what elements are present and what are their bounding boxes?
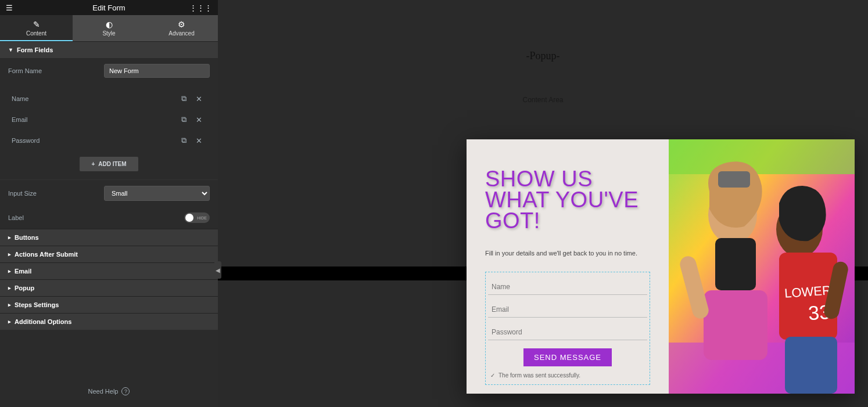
chevron-right-icon: ▸: [8, 285, 11, 291]
close-icon[interactable]: ✕: [191, 116, 206, 124]
chevron-right-icon: ▸: [8, 235, 11, 240]
popup-image: LOWER 33: [669, 139, 855, 394]
sidebar-header: ☰ Edit Form ⋮⋮⋮: [0, 0, 218, 15]
svg-rect-11: [785, 337, 837, 394]
tab-advanced-label: Advanced: [168, 30, 194, 37]
popup-heading: SHOW US WHAT YOU'VE GOT!: [485, 168, 650, 231]
menu-icon[interactable]: ☰: [6, 3, 13, 12]
close-icon[interactable]: ✕: [191, 95, 206, 103]
editor-tabs: ✎ Content ◐ Style ⚙ Advanced: [0, 15, 218, 41]
label-toggle[interactable]: HIDE: [184, 212, 210, 223]
section-additional-options[interactable]: ▸ Additional Options: [0, 313, 218, 330]
svg-rect-4: [718, 171, 750, 188]
chevron-down-icon: ▼: [8, 47, 13, 53]
tab-content[interactable]: ✎ Content: [0, 15, 73, 41]
need-help-link[interactable]: Need Help ?: [0, 376, 218, 407]
editor-sidebar: ☰ Edit Form ⋮⋮⋮ ✎ Content ◐ Style ⚙ Adva…: [0, 0, 218, 407]
chevron-right-icon: ▸: [8, 319, 11, 325]
copy-icon[interactable]: ⧉: [176, 94, 191, 103]
tab-advanced[interactable]: ⚙ Advanced: [145, 15, 218, 41]
input-size-label: Input Size: [8, 190, 104, 197]
section-form-fields[interactable]: ▼ Form Fields: [0, 41, 218, 58]
field-item-password[interactable]: Password ⧉ ✕: [0, 130, 218, 151]
input-size-row: Input Size Small: [0, 180, 218, 207]
collapse-sidebar-handle[interactable]: ◀: [214, 261, 221, 279]
section-steps-settings[interactable]: ▸ Steps Settings: [0, 296, 218, 313]
section-buttons-label: Buttons: [15, 234, 39, 241]
toggle-state-label: HIDE: [197, 216, 207, 220]
section-additional-label: Additional Options: [15, 318, 71, 325]
pencil-icon: ✎: [0, 20, 73, 29]
popup-form-widget[interactable]: SEND MESSAGE The form was sent successfu…: [485, 272, 650, 385]
question-icon: ?: [121, 387, 130, 395]
svg-rect-6: [704, 290, 767, 360]
field-item-label: Email: [12, 116, 176, 123]
need-help-label: Need Help: [88, 388, 119, 395]
popup-password-input[interactable]: [488, 318, 647, 340]
close-icon[interactable]: ✕: [191, 136, 206, 145]
page-title: Edit Form: [92, 3, 125, 12]
toggle-knob: [185, 214, 193, 222]
form-name-row: Form Name: [0, 58, 218, 84]
popup-success-message: The form was sent successfully.: [488, 372, 647, 379]
popup-email-input[interactable]: [488, 295, 647, 318]
label-toggle-row: Label HIDE: [0, 207, 218, 229]
popup-name-input[interactable]: [488, 272, 647, 295]
section-actions-label: Actions After Submit: [15, 251, 78, 258]
tab-style-label: Style: [102, 30, 115, 37]
add-item-button[interactable]: + ADD ITEM: [80, 157, 138, 171]
section-actions-after-submit[interactable]: ▸ Actions After Submit: [0, 246, 218, 262]
form-name-label: Form Name: [8, 67, 104, 74]
copy-icon[interactable]: ⧉: [176, 136, 191, 145]
tab-style[interactable]: ◐ Style: [73, 15, 145, 41]
section-popup[interactable]: ▸ Popup: [0, 279, 218, 296]
tab-content-label: Content: [26, 30, 46, 37]
chevron-right-icon: ▸: [8, 268, 11, 274]
chevron-right-icon: ▸: [8, 251, 11, 257]
popup-preview: SHOW US WHAT YOU'VE GOT! Fill in your de…: [467, 139, 855, 394]
section-email[interactable]: ▸ Email: [0, 262, 218, 279]
section-popup-label: Popup: [15, 284, 34, 291]
field-item-email[interactable]: Email ⧉ ✕: [0, 109, 218, 130]
field-item-label: Name: [12, 95, 176, 102]
apps-icon[interactable]: ⋮⋮⋮: [189, 3, 212, 12]
chevron-right-icon: ▸: [8, 302, 11, 308]
field-item-name[interactable]: Name ⧉ ✕: [0, 88, 218, 109]
label-toggle-label: Label: [8, 214, 104, 221]
copy-icon[interactable]: ⧉: [176, 115, 191, 124]
svg-rect-1: [669, 139, 855, 174]
popup-description: Fill in your details and we'll get back …: [485, 250, 650, 257]
section-form-fields-label: Form Fields: [17, 46, 53, 53]
contrast-icon: ◐: [73, 20, 145, 29]
add-item-label: ADD ITEM: [98, 161, 126, 167]
section-steps-label: Steps Settings: [15, 301, 59, 308]
section-buttons[interactable]: ▸ Buttons: [0, 229, 218, 246]
popup-content: SHOW US WHAT YOU'VE GOT! Fill in your de…: [467, 139, 669, 394]
gear-icon: ⚙: [145, 20, 218, 29]
section-email-label: Email: [15, 268, 31, 275]
svg-rect-5: [715, 238, 756, 290]
field-item-label: Password: [12, 137, 176, 144]
plus-icon: +: [91, 161, 95, 167]
input-size-select[interactable]: Small: [104, 186, 210, 201]
form-name-input[interactable]: [104, 64, 210, 78]
send-message-button[interactable]: SEND MESSAGE: [523, 348, 612, 366]
